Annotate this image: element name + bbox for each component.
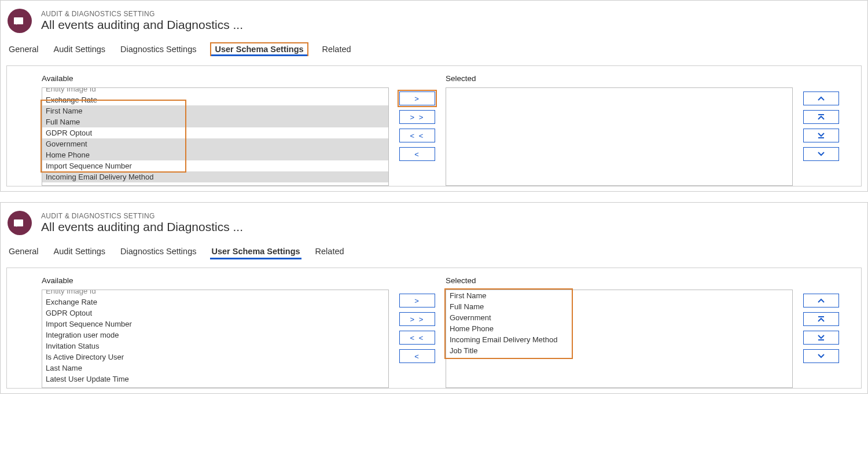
move-top-button[interactable]: [803, 312, 839, 326]
list-item[interactable]: Entity Image Id: [42, 87, 388, 94]
selected-label: Selected: [446, 276, 793, 285]
list-item[interactable]: Integration user mode: [42, 182, 388, 186]
list-item[interactable]: Full Name: [42, 116, 388, 127]
list-item[interactable]: Last Name: [42, 363, 388, 374]
tab-user-schema-settings[interactable]: User Schema Settings: [210, 42, 308, 56]
tab-diagnostics-settings[interactable]: Diagnostics Settings: [119, 244, 197, 258]
available-label: Available: [42, 74, 389, 83]
list-item[interactable]: Import Sequence Number: [42, 318, 388, 329]
add-button[interactable]: >: [399, 294, 435, 307]
panel-after: AUDIT & DIAGNOSTICS SETTING All events a…: [0, 202, 868, 394]
remove-all-button[interactable]: < <: [399, 331, 435, 345]
reorder-buttons: [803, 294, 839, 363]
tabs: General Audit Settings Diagnostics Setti…: [1, 235, 867, 264]
list-item[interactable]: Integration user mode: [42, 329, 388, 340]
selected-listbox[interactable]: First Name Full Name Government Home Pho…: [446, 290, 793, 388]
list-item[interactable]: Is Active Directory User: [42, 352, 388, 363]
add-button[interactable]: >: [399, 91, 435, 105]
tab-diagnostics-settings[interactable]: Diagnostics Settings: [119, 42, 197, 56]
remove-button[interactable]: <: [399, 349, 435, 363]
list-item[interactable]: First Name: [42, 105, 388, 116]
selected-listbox[interactable]: [446, 87, 793, 186]
move-down-button[interactable]: [803, 147, 839, 161]
list-item[interactable]: Invitation Status: [42, 340, 388, 352]
list-item[interactable]: Import Sequence Number: [42, 160, 388, 171]
add-all-button[interactable]: > >: [399, 312, 435, 326]
available-listbox[interactable]: Entity Image Id Exchange Rate First Name…: [42, 87, 389, 186]
move-bottom-button[interactable]: [803, 331, 839, 345]
content-frame: Available Entity Image Id Exchange Rate …: [6, 268, 862, 389]
header-kicker: AUDIT & DIAGNOSTICS SETTING: [41, 212, 243, 220]
svg-rect-3: [14, 219, 23, 226]
available-listbox[interactable]: Entity Image Id Exchange Rate GDPR Optou…: [42, 290, 389, 388]
tab-related[interactable]: Related: [321, 42, 352, 56]
page-header: AUDIT & DIAGNOSTICS SETTING All events a…: [1, 203, 867, 235]
list-item[interactable]: Job Title: [446, 345, 792, 356]
move-bottom-button[interactable]: [803, 129, 839, 142]
list-item[interactable]: Government: [42, 138, 388, 149]
list-item[interactable]: Entity Image Id: [42, 290, 388, 296]
list-item[interactable]: Exchange Rate: [42, 94, 388, 105]
reorder-buttons: [803, 91, 839, 161]
list-item[interactable]: Home Phone: [446, 323, 792, 334]
tab-user-schema-settings[interactable]: User Schema Settings: [210, 244, 301, 258]
list-item[interactable]: Home Phone: [42, 149, 388, 160]
tab-related[interactable]: Related: [314, 244, 345, 258]
tab-general[interactable]: General: [8, 244, 40, 258]
remove-all-button[interactable]: < <: [399, 129, 435, 142]
add-all-button[interactable]: > >: [399, 110, 435, 124]
list-item[interactable]: Exchange Rate: [42, 296, 388, 307]
tab-general[interactable]: General: [8, 42, 40, 56]
list-item[interactable]: First Name: [446, 290, 792, 301]
record-icon: [8, 211, 32, 235]
panel-before: AUDIT & DIAGNOSTICS SETTING All events a…: [0, 0, 868, 192]
list-item[interactable]: License Type: [42, 385, 388, 388]
selected-label: Selected: [446, 74, 793, 83]
move-buttons: > > > < < <: [399, 91, 435, 161]
tabs: General Audit Settings Diagnostics Setti…: [1, 33, 867, 62]
move-up-button[interactable]: [803, 91, 839, 105]
list-item[interactable]: Full Name: [446, 301, 792, 312]
list-item[interactable]: GDPR Optout: [42, 307, 388, 318]
tab-audit-settings[interactable]: Audit Settings: [53, 42, 106, 56]
header-title: All events auditing and Diagnostics ...: [41, 220, 243, 234]
move-up-button[interactable]: [803, 294, 839, 307]
remove-button[interactable]: <: [399, 147, 435, 161]
list-item[interactable]: Incoming Email Delivery Method: [42, 171, 388, 182]
move-top-button[interactable]: [803, 110, 839, 124]
page-header: AUDIT & DIAGNOSTICS SETTING All events a…: [1, 1, 867, 33]
move-buttons: > > > < < <: [399, 294, 435, 363]
list-item[interactable]: Latest User Update Time: [42, 374, 388, 385]
header-kicker: AUDIT & DIAGNOSTICS SETTING: [41, 10, 243, 18]
move-down-button[interactable]: [803, 349, 839, 363]
tab-audit-settings[interactable]: Audit Settings: [53, 244, 106, 258]
header-title: All events auditing and Diagnostics ...: [41, 18, 243, 32]
list-item[interactable]: Government: [446, 312, 792, 323]
list-item[interactable]: Incoming Email Delivery Method: [446, 334, 792, 345]
available-label: Available: [42, 276, 389, 285]
record-icon: [8, 9, 32, 33]
list-item[interactable]: GDPR Optout: [42, 127, 388, 138]
svg-rect-0: [14, 17, 23, 24]
content-frame: Available Entity Image Id Exchange Rate …: [6, 65, 862, 186]
